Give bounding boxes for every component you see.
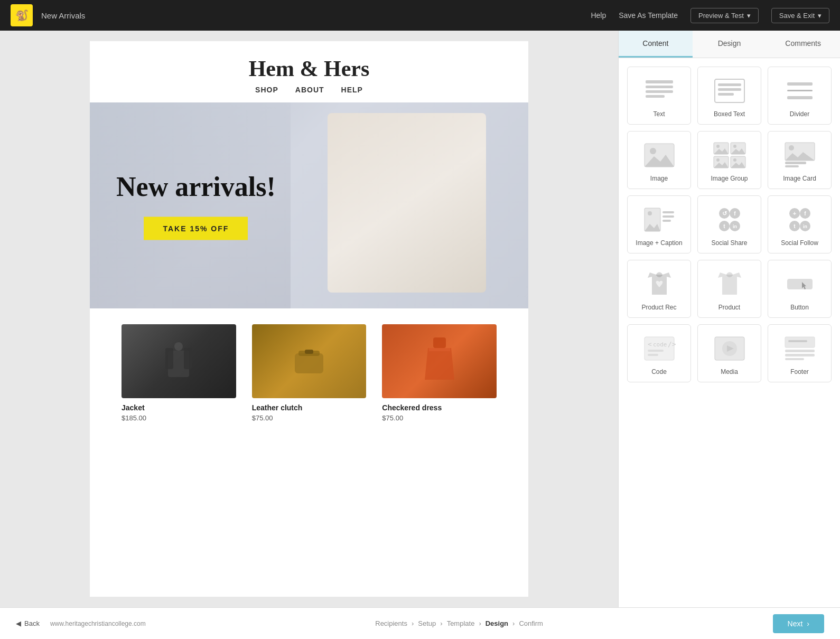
- svg-point-42: [648, 211, 652, 215]
- main-layout: Hem & Hers SHOP ABOUT HELP New arrivals!…: [0, 31, 840, 607]
- products-grid: Jacket $185.00 Leather clutch $75.0: [122, 324, 497, 422]
- svg-rect-40: [785, 165, 799, 167]
- breadcrumb-template[interactable]: Template: [447, 619, 475, 627]
- topbar-left: 🐒 New Arrivals: [11, 4, 85, 26]
- block-code[interactable]: < code /> Code: [627, 324, 691, 382]
- block-social-follow[interactable]: + f t in Social Follow: [768, 195, 832, 253]
- product-price: $185.00: [122, 414, 236, 422]
- image-caption-block-icon: [641, 204, 678, 235]
- svg-rect-70: [648, 354, 658, 356]
- tab-design[interactable]: Design: [693, 31, 767, 58]
- tab-comments[interactable]: Comments: [766, 31, 840, 58]
- block-image-card-label: Image Card: [783, 175, 816, 182]
- breadcrumb-recipients[interactable]: Recipients: [375, 619, 407, 627]
- block-image-caption[interactable]: Image + Caption: [627, 195, 691, 253]
- block-image[interactable]: Image: [627, 131, 691, 189]
- block-image-group[interactable]: Image Group: [697, 131, 761, 189]
- block-social-follow-label: Social Follow: [781, 239, 818, 247]
- email-header: Hem & Hers SHOP ABOUT HELP: [90, 41, 528, 102]
- block-image-group-label: Image Group: [711, 175, 748, 182]
- url-link[interactable]: www.heritagechristiancollege.com: [50, 620, 146, 627]
- svg-text:↺: ↺: [722, 210, 726, 217]
- svg-text:in: in: [803, 224, 807, 229]
- svg-rect-75: [788, 340, 807, 342]
- save-as-template-link[interactable]: Save As Template: [619, 11, 678, 20]
- block-button[interactable]: Button: [768, 260, 832, 318]
- media-block-icon: [711, 333, 748, 364]
- svg-text:<: <: [648, 340, 652, 348]
- block-product-rec-label: Product Rec: [641, 304, 676, 311]
- svg-rect-13: [646, 95, 665, 98]
- product-name: Leather clutch: [252, 403, 367, 412]
- svg-rect-6: [305, 350, 313, 354]
- block-product[interactable]: Product: [697, 260, 761, 318]
- tab-content[interactable]: Content: [619, 31, 693, 58]
- brand-name: Hem & Hers: [100, 56, 518, 81]
- breadcrumb-setup[interactable]: Setup: [418, 619, 436, 627]
- right-panel: Content Design Comments: [618, 31, 840, 607]
- hero-cta-button[interactable]: TAKE 15% OFF: [144, 217, 248, 240]
- block-boxed-text-label: Boxed Text: [714, 110, 745, 118]
- svg-point-28: [733, 145, 736, 148]
- svg-rect-76: [785, 350, 815, 352]
- svg-rect-16: [718, 88, 741, 91]
- topbar: 🐒 New Arrivals Help Save As Template Pre…: [0, 0, 840, 31]
- code-block-icon: < code />: [641, 333, 678, 364]
- back-button[interactable]: ◀ Back: [16, 619, 40, 627]
- hero-section: New arrivals! TAKE 15% OFF: [90, 102, 528, 308]
- save-exit-button[interactable]: Save & Exit ▾: [771, 8, 829, 23]
- topbar-right: Help Save As Template Preview & Test ▾ S…: [591, 8, 829, 23]
- next-button[interactable]: Next ›: [773, 614, 824, 633]
- list-item: Checkered dress $75.00: [382, 324, 497, 422]
- block-divider-label: Divider: [790, 110, 809, 118]
- nav-help[interactable]: HELP: [341, 86, 363, 94]
- svg-point-22: [650, 148, 656, 154]
- footer-block-icon: [781, 333, 818, 364]
- block-media[interactable]: Media: [697, 324, 761, 382]
- breadcrumb-design[interactable]: Design: [486, 619, 508, 627]
- block-text[interactable]: Text: [627, 67, 691, 125]
- svg-rect-44: [662, 211, 674, 213]
- svg-rect-46: [662, 220, 671, 222]
- bottom-left: ◀ Back www.heritagechristiancollege.com: [16, 619, 146, 627]
- block-social-share[interactable]: ↺ f t in Social Share: [697, 195, 761, 253]
- hero-headline: New arrivals!: [116, 171, 276, 202]
- svg-text:code: code: [653, 341, 667, 348]
- product-price: $75.00: [252, 414, 367, 422]
- divider-block-icon: [781, 76, 818, 106]
- panel-tabs: Content Design Comments: [619, 31, 840, 58]
- block-image-label: Image: [650, 175, 668, 182]
- product-block-icon: [711, 269, 748, 299]
- svg-rect-2: [184, 348, 192, 369]
- image-block-icon: [641, 140, 678, 171]
- svg-text:+: +: [792, 210, 796, 217]
- block-footer-label: Footer: [790, 368, 809, 375]
- product-image-dress: [382, 324, 497, 398]
- jacket-icon: [163, 340, 194, 382]
- nav-about[interactable]: ABOUT: [295, 86, 324, 94]
- svg-rect-9: [429, 348, 450, 351]
- breadcrumb: Recipients › Setup › Template › Design ›…: [375, 619, 543, 627]
- svg-rect-12: [646, 90, 673, 93]
- svg-rect-11: [646, 86, 673, 88]
- hero-text-overlay: New arrivals! TAKE 15% OFF: [116, 171, 276, 240]
- block-footer[interactable]: Footer: [768, 324, 832, 382]
- product-price: $75.00: [382, 414, 497, 422]
- product-name: Jacket: [122, 403, 236, 412]
- help-link[interactable]: Help: [591, 11, 606, 20]
- block-divider[interactable]: Divider: [768, 67, 832, 125]
- svg-rect-18: [787, 82, 813, 86]
- block-image-card[interactable]: Image Card: [768, 131, 832, 189]
- svg-rect-77: [785, 354, 815, 356]
- nav-shop[interactable]: SHOP: [255, 86, 278, 94]
- email-preview: Hem & Hers SHOP ABOUT HELP New arrivals!…: [0, 31, 618, 607]
- block-product-rec[interactable]: Product Rec: [627, 260, 691, 318]
- svg-point-25: [716, 145, 720, 148]
- breadcrumb-confirm[interactable]: Confirm: [519, 619, 543, 627]
- block-boxed-text[interactable]: Boxed Text: [697, 67, 761, 125]
- product-name: Checkered dress: [382, 403, 497, 412]
- svg-marker-8: [425, 348, 454, 380]
- svg-rect-39: [785, 162, 806, 164]
- svg-rect-10: [646, 80, 673, 83]
- preview-test-button[interactable]: Preview & Test ▾: [690, 8, 759, 23]
